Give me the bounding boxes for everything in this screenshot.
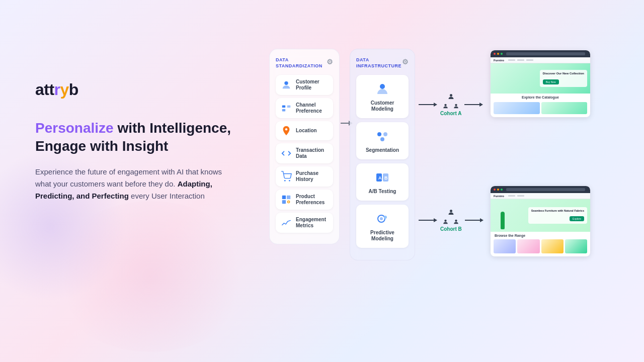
card-engagement-metrics-label: EngagementMetrics (296, 217, 326, 229)
cohort-b-bottom-nodes (442, 218, 459, 225)
hero-1: Discover Our New Collection Buy Now (491, 63, 590, 94)
card-channel-preference-label: ChannelPreference (296, 102, 322, 114)
svg-point-12 (383, 132, 387, 136)
logo: attryb (35, 80, 247, 99)
browser-bar-2 (491, 186, 590, 193)
svg-rect-8 (282, 200, 286, 204)
svg-text:A: A (378, 175, 382, 180)
cohort-b-arrow-line (419, 220, 434, 221)
hero-cta-2: Seamless Furniture with Natural Fabrics … (528, 207, 587, 224)
hero-text-1: Discover Our New Collection Buy Now (540, 70, 587, 87)
gear-icon-2: ⚙ (402, 57, 409, 66)
cohort-b-arrow-head-2 (480, 218, 484, 222)
cohort-b-area: Cohort B (419, 209, 484, 232)
grid-img-1b (541, 102, 588, 114)
purchase-icon (281, 171, 292, 182)
logo-y: y (60, 80, 69, 99)
standardization-title: DATA STANDARDIZATION (276, 57, 327, 69)
card-product-preferences-label: ProductPreferences (296, 194, 325, 206)
card-transaction-data: TransactionData (276, 143, 333, 163)
cohort-b-node-2 (453, 218, 459, 225)
cohort-a-label: Cohort A (440, 111, 461, 116)
standardization-column-box: DATA STANDARDIZATION ⚙ CustomerProfile (269, 49, 340, 244)
infra-card-ab-testing: A B A/B Testing (356, 163, 409, 201)
infra-card-customer-modeling: CustomerModeling (356, 75, 409, 118)
infra-card-segmentation-label: Segmentation (366, 147, 399, 153)
svg-point-24 (450, 210, 452, 212)
nav-links-2 (508, 195, 524, 197)
transaction-icon (281, 148, 292, 159)
hero-btn-1: Buy Now (543, 79, 559, 84)
segmentation-icon (374, 128, 390, 144)
product-thumb-4 (565, 239, 587, 253)
cohort-b-arrow-line-2 (465, 220, 480, 221)
svg-point-5 (289, 180, 290, 182)
cohort-a-arrow-head-2 (479, 103, 483, 107)
svg-point-22 (445, 104, 447, 106)
svg-point-19 (380, 217, 383, 220)
hero-title-2: Seamless Furniture with Natural Fabrics (531, 209, 584, 213)
grid-img-1a (494, 102, 540, 114)
cohort-b-top-node (447, 209, 455, 216)
infra-card-ab-label: A/B Testing (369, 189, 396, 195)
card-purchase-history: PurchaseHistory (276, 166, 333, 187)
headline: Personalize with Intelligence,Engage wit… (35, 119, 247, 156)
url-bar-1 (506, 52, 585, 55)
cohort-b-arrow-head (434, 218, 437, 222)
card-location: Location (276, 121, 333, 140)
image-grid-1 (491, 101, 590, 117)
catalogue-label-2: Browse the Range (491, 232, 590, 239)
headline-personalize: Personalize (35, 120, 114, 136)
infrastructure-column: DATA INFRASTRUCTURE ⚙ CustomerModeling (350, 49, 415, 260)
predictive-icon (374, 211, 390, 227)
cohort-a-nodes: Cohort A (440, 93, 461, 116)
dot-green-1 (501, 53, 503, 55)
cohort-a-arrow-line-2 (464, 104, 479, 105)
nav-links-1 (508, 59, 533, 61)
dot-green-2 (501, 189, 503, 191)
dot-red-1 (494, 53, 496, 55)
dot-red-2 (494, 189, 496, 191)
svg-text:B: B (384, 175, 388, 180)
standardization-header: DATA STANDARDIZATION ⚙ (276, 57, 333, 69)
svg-point-0 (284, 81, 288, 85)
description: Experience the future of engagement with… (35, 166, 231, 202)
card-channel-preference: ChannelPreference (276, 98, 333, 118)
bg-blob-2 (50, 201, 252, 352)
product-row-2 (491, 239, 590, 256)
modeling-icon (374, 81, 390, 97)
main-container: attryb Personalize with Intelligence,Eng… (0, 0, 644, 362)
svg-point-10 (380, 84, 385, 89)
screenshot-1: Furniro Discover Our New Collection Buy … (491, 50, 591, 117)
product-thumb-2 (517, 239, 539, 253)
nav-bar-1: Furniro (491, 57, 590, 63)
gear-icon-1: ⚙ (327, 57, 334, 66)
card-customer-profile-label: CustomerProfile (296, 79, 319, 91)
svg-point-23 (455, 104, 457, 106)
cohort-a-node-2 (453, 103, 459, 109)
channel-icon (281, 103, 292, 114)
browser-bar-1 (491, 50, 590, 57)
cohort-a-area: Cohort A (419, 93, 483, 116)
nav-link-2b (517, 195, 524, 197)
logo-b: b (69, 80, 78, 99)
nav-link-1a (508, 59, 515, 61)
left-section: attryb Personalize with Intelligence,Eng… (35, 80, 247, 202)
url-bar-2 (506, 188, 585, 191)
card-transaction-label: TransactionData (296, 147, 324, 159)
standardization-column: DATA STANDARDIZATION ⚙ CustomerProfile (269, 49, 340, 244)
cohort-a-arrow-line (419, 104, 434, 105)
card-location-label: Location (296, 128, 317, 134)
card-engagement-metrics: EngagementMetrics (276, 213, 333, 233)
infra-card-modeling-label: CustomerModeling (371, 100, 394, 112)
svg-rect-7 (287, 196, 290, 199)
card-product-preferences: ProductPreferences (276, 190, 333, 210)
product-icon (281, 194, 292, 205)
svg-point-26 (455, 220, 457, 222)
product-thumb-3 (541, 239, 564, 253)
plant-visual (494, 202, 511, 229)
nav-link-1c (526, 59, 533, 61)
catalogue-label-1: Explore the Catalogue (491, 94, 590, 101)
logo-r: r (54, 80, 60, 99)
svg-point-20 (384, 216, 387, 219)
